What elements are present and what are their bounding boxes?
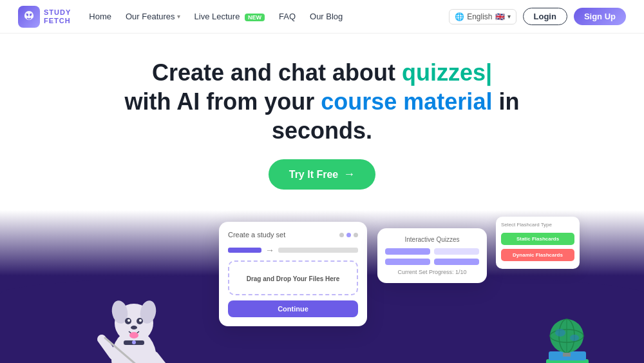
hero-section: Create and chat about quizzes| with AI f…: [0, 34, 644, 190]
badge-new: New: [245, 14, 265, 21]
hero-title: Create and chat about quizzes| with AI f…: [109, 58, 535, 145]
arrow-icon: →: [265, 245, 274, 255]
svg-point-11: [128, 319, 130, 322]
dot2: [346, 233, 351, 237]
logo-icon: [18, 6, 40, 28]
dot1: [339, 233, 344, 237]
nav-home[interactable]: Home: [89, 12, 111, 21]
svg-point-4: [31, 14, 33, 18]
logo-text: STUDY FETCH: [44, 8, 71, 24]
nav-features[interactable]: Our Features: [126, 12, 180, 21]
flashcard-title: Select Flashcard Type: [501, 222, 574, 228]
nav-blog[interactable]: Our Blog: [310, 12, 343, 21]
quiz-title: Interactive Quizzes: [385, 236, 479, 243]
line-block: [228, 248, 261, 253]
dynamic-flashcards-button[interactable]: Dynamic Flashcards: [501, 249, 574, 261]
logo[interactable]: STUDY FETCH: [18, 6, 71, 28]
card-header: Create a study set: [228, 231, 358, 239]
quiz-chip4: [434, 259, 479, 265]
quiz-chip1: [385, 248, 430, 255]
globe-books: [535, 313, 599, 363]
card-dots: [339, 233, 358, 237]
arrow-icon: →: [343, 168, 355, 181]
dog-illustration: [95, 268, 173, 363]
static-flashcards-button[interactable]: Static Flashcards: [501, 233, 574, 245]
flag-icon: 🇬🇧: [495, 12, 505, 21]
card-lines: →: [228, 245, 358, 255]
nav-right: 🌐 English 🇬🇧 ▾ Login Sign Up: [449, 8, 626, 25]
quiz-row2: [385, 259, 479, 265]
quiz-chip2: [434, 248, 479, 255]
navbar: STUDY FETCH Home Our Features Live Lectu…: [0, 0, 644, 34]
study-card: Create a study set → Drag and Drop Your …: [219, 222, 367, 326]
svg-rect-30: [563, 353, 571, 357]
svg-point-32: [570, 335, 579, 341]
bottom-section: Create a study set → Drag and Drop Your …: [0, 210, 644, 363]
dot3: [354, 233, 358, 237]
svg-point-14: [129, 332, 138, 338]
globe-icon: 🌐: [455, 12, 464, 21]
svg-point-3: [24, 14, 27, 18]
quiz-progress: Current Set Progress: 1/10: [385, 269, 479, 275]
flashcard-selector: Select Flashcard Type Static Flashcards …: [496, 217, 580, 269]
continue-button[interactable]: Continue: [228, 300, 358, 317]
quiz-card: Interactive Quizzes Current Set Progress…: [377, 228, 487, 283]
drop-zone[interactable]: Drag and Drop Your Files Here: [228, 260, 358, 295]
nav-links: Home Our Features Live Lecture New FAQ O…: [89, 12, 343, 21]
lang-selector[interactable]: 🌐 English 🇬🇧 ▾: [449, 9, 516, 25]
nav-left: STUDY FETCH Home Our Features Live Lectu…: [18, 6, 343, 28]
line-block2: [278, 248, 358, 253]
svg-point-31: [555, 329, 565, 337]
svg-point-12: [139, 319, 142, 322]
login-button[interactable]: Login: [523, 8, 567, 25]
svg-point-16: [132, 340, 136, 344]
signup-button[interactable]: Sign Up: [574, 8, 626, 25]
chevron-down-icon: ▾: [507, 13, 511, 20]
nav-faq[interactable]: FAQ: [279, 12, 296, 21]
try-it-free-button[interactable]: Try It Free →: [269, 159, 375, 190]
quiz-row1: [385, 248, 479, 255]
nav-live[interactable]: Live Lecture New: [194, 12, 265, 21]
cta-label: Try It Free: [289, 169, 338, 181]
card-title: Create a study set: [228, 231, 285, 239]
drop-zone-text: Drag and Drop Your Files Here: [247, 275, 340, 282]
svg-point-13: [131, 326, 137, 329]
quiz-chip3: [385, 259, 430, 265]
